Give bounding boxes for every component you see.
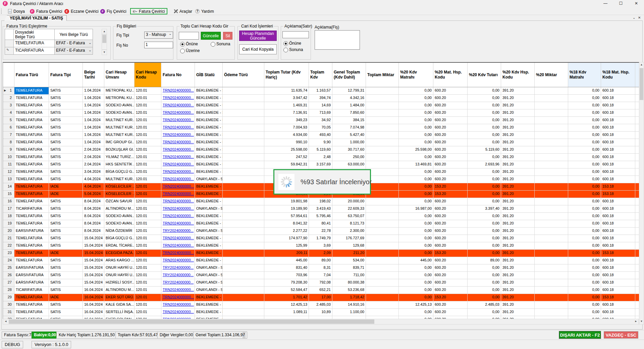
grid-cell-unvan[interactable]: MULTINET KUR... (104, 132, 135, 139)
grid-cell-unvan[interactable]: KÖSELECİLER ... (104, 191, 135, 198)
grid-cell-hsp20m[interactable]: 600.20 (433, 117, 468, 124)
column-header-no[interactable]: Fatura No (161, 63, 195, 87)
toplu-cari-input[interactable] (179, 32, 199, 40)
grid-cell-unvan[interactable]: KÖSELECİLER ... (104, 183, 135, 191)
fatura-no-link[interactable]: TRN2024000000... (163, 155, 194, 159)
grid-cell-t20[interactable]: 89,00 (468, 257, 501, 264)
grid-cell-sliver[interactable] (635, 132, 639, 139)
grid-cell-hsp20k[interactable]: 391.20 (501, 264, 535, 272)
grid-cell-tutar[interactable]: 8.041,32 (264, 220, 309, 228)
grid-cell-tutar[interactable]: 831,40 (264, 264, 309, 272)
grid-cell-turu[interactable]: TEMELFATURA (14, 309, 49, 316)
grid-cell-hsp20k[interactable]: 391.20 (501, 205, 535, 213)
grid-cell-miktar[interactable] (366, 264, 399, 272)
grid-cell-gib[interactable]: BEKLEMEDE - SA... (195, 220, 223, 228)
grid-cell-odeme[interactable] (223, 242, 264, 250)
grid-cell-m18[interactable]: 0,00 (568, 95, 601, 102)
grid-cell-hsp20m[interactable]: 600.20 (433, 132, 468, 139)
row-header[interactable]: 22 (3, 242, 14, 250)
grid-cell-no[interactable]: TRN2024000000... (161, 109, 195, 117)
grid-cell-gib[interactable]: BEKLEMEDE - SA... (195, 213, 223, 220)
grid-cell-gib[interactable]: BEKLEMEDE - SA... (195, 301, 223, 309)
grid-cell-m20[interactable]: 13.469,81 (399, 161, 433, 168)
grid-cell-m20[interactable]: 0,00 (399, 154, 433, 161)
grid-cell-no[interactable]: TRN2024000000... (161, 242, 195, 250)
grid-cell-turu[interactable]: TEMELFATURA (14, 250, 49, 257)
grid-cell-sliver[interactable] (635, 242, 639, 250)
grid-cell-kdv[interactable]: 394,74 (309, 95, 332, 102)
grid-cell-m18[interactable]: 0,00 (568, 191, 601, 198)
grid-cell-tutar[interactable]: 174.977,90 (264, 235, 309, 242)
row-header[interactable]: 1 (3, 87, 14, 95)
grid-cell-mik20[interactable] (535, 264, 568, 272)
radio-sonuna[interactable]: Sonuna (211, 42, 230, 46)
grid-cell-no[interactable]: TRY2024000000... (161, 272, 195, 279)
grid-cell-hsp20m[interactable]: 600.20 (433, 176, 468, 183)
grid-cell-hsp18[interactable]: 600.18 (601, 205, 635, 213)
grid-cell-hsp20k[interactable]: 391.20 (501, 235, 535, 242)
grid-cell-sliver[interactable] (635, 235, 639, 242)
grid-cell-odeme[interactable] (223, 213, 264, 220)
grid-cell-kod[interactable]: 120.01 (135, 168, 161, 176)
grid-cell-hsp20k[interactable]: 391.20 (501, 154, 535, 161)
grid-cell-kdv[interactable]: 14,69 (309, 102, 332, 109)
grid-cell-kdv[interactable]: 2,48 (309, 154, 332, 161)
grid-cell-no[interactable]: TRN2024000000... (161, 95, 195, 102)
mapping-source-cell[interactable]: TEMELFATURA (13, 40, 55, 47)
grid-cell-genel[interactable]: 22.609,33 (332, 205, 366, 213)
column-header-kod[interactable]: Cari Hesap Kodu (135, 63, 161, 87)
grid-cell-kdv[interactable]: 5.119,60 (309, 146, 332, 154)
grid-cell-kdv[interactable]: 8,31 (309, 264, 332, 272)
grid-cell-sliver[interactable] (635, 309, 639, 316)
grid-cell-genel[interactable]: 8.121,73 (332, 220, 366, 228)
grid-cell-no[interactable]: TRN2024000000... (161, 198, 195, 205)
grid-cell-mik20[interactable] (535, 242, 568, 250)
grid-cell-odeme[interactable] (223, 87, 264, 95)
grid-cell-mik20[interactable] (535, 309, 568, 316)
grid-cell-genel[interactable]: 5.427,40 (332, 132, 366, 139)
grid-cell-gib[interactable]: BEKLEMEDE - SA... (195, 316, 223, 319)
grid-cell-genel[interactable]: 1.100,00 (332, 309, 366, 316)
grid-cell-m18[interactable]: 0,00 (568, 235, 601, 242)
grid-cell-hsp18[interactable]: 600.18 (601, 272, 635, 279)
grid-cell-genel[interactable]: 1.484,00 (332, 102, 366, 109)
fatura-no-link[interactable]: TRN2024000000... (163, 169, 194, 173)
grid-cell-m20[interactable]: 0,00 (399, 213, 433, 220)
row-header[interactable]: 15 (3, 191, 14, 198)
grid-cell-miktar[interactable] (366, 228, 399, 235)
grid-cell-m20[interactable]: 0,00 (399, 242, 433, 250)
grid-cell-gib[interactable]: ONAYLANDI - S... (195, 264, 223, 272)
grid-cell-m20[interactable]: 0,00 (399, 191, 433, 198)
fatura-no-link[interactable]: TRN2024000000... (163, 192, 194, 196)
row-header[interactable]: 24 (3, 257, 14, 264)
grid-cell-odeme[interactable] (223, 154, 264, 161)
fatura-no-link[interactable]: TRN2024000000... (163, 221, 194, 225)
grid-cell-tutar[interactable]: 57.954,61 (264, 213, 309, 220)
grid-cell-no[interactable]: TRN2024000000... (161, 309, 195, 316)
grid-cell-m18[interactable]: 0,00 (568, 287, 601, 294)
grid-cell-hsp20m[interactable]: 600.20 (433, 139, 468, 146)
grid-cell-hsp18[interactable]: 600.18 (601, 264, 635, 272)
grid-cell-turu[interactable]: TEMELFATURA (14, 242, 49, 250)
grid-cell-hsp18[interactable]: 600.18 (601, 139, 635, 146)
column-header-miktar[interactable]: Toplam Miktar (366, 63, 399, 87)
grid-cell-gib[interactable]: BEKLEMEDE - SA... (195, 161, 223, 168)
grid-cell-tipi[interactable]: IADE (49, 191, 83, 198)
grid-cell-genel[interactable]: 14.910,16 (332, 301, 366, 309)
column-header-turu[interactable]: Fatura Türü (14, 63, 49, 87)
column-header-unvan[interactable]: Cari Hesap Unvanı (104, 63, 135, 87)
grid-cell-t20[interactable]: 0,00 (468, 139, 501, 146)
grid-cell-odeme[interactable] (223, 132, 264, 139)
grid-cell-tutar[interactable]: 349,23 (264, 117, 309, 124)
grid-cell-unvan[interactable]: METROPAL KU... (104, 87, 135, 95)
row-header[interactable]: 23 (3, 250, 14, 257)
grid-cell-no[interactable]: TRN2024000000... (161, 213, 195, 220)
column-header-odeme[interactable]: Ödeme Türü (223, 63, 264, 87)
grid-cell-unvan[interactable]: KALE GIDA SA... (104, 301, 135, 309)
grid-cell-odeme[interactable] (223, 264, 264, 272)
grid-cell-t20[interactable]: 0,00 (468, 95, 501, 102)
grid-cell-hsp20m[interactable]: 600.20 (433, 257, 468, 264)
grid-cell-tutar[interactable]: 1.469,31 (264, 102, 309, 109)
grid-cell-turu[interactable]: TEMELFATURA (14, 316, 49, 319)
grid-cell-m20[interactable]: 0,00 (399, 228, 433, 235)
